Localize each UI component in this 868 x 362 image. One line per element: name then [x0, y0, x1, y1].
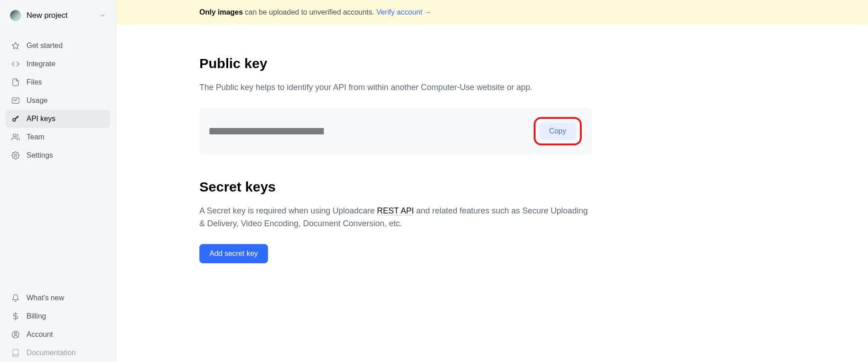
nav-label: Billing [27, 312, 46, 320]
content: Public key The Public key helps to ident… [116, 25, 610, 282]
public-key-box: Copy [199, 108, 592, 154]
public-key-title: Public key [199, 56, 592, 71]
nav-item-usage[interactable]: Usage [5, 91, 110, 110]
project-selector[interactable]: New project [5, 6, 110, 25]
secret-keys-desc: A Secret key is required when using Uplo… [199, 205, 592, 230]
add-secret-key-button[interactable]: Add secret key [199, 244, 268, 263]
secret-desc-prefix: A Secret key is required when using Uplo… [199, 206, 377, 215]
user-circle-icon [11, 330, 20, 339]
star-icon [11, 41, 20, 50]
svg-marker-0 [12, 43, 19, 49]
code-icon [11, 59, 20, 69]
gear-icon [11, 151, 20, 160]
nav-label: Settings [27, 151, 53, 160]
secret-keys-title: Secret keys [199, 179, 592, 195]
nav-label: Documentation [27, 349, 76, 357]
users-icon [11, 133, 20, 142]
activity-icon [11, 96, 20, 105]
verify-banner: Only images can be uploaded to unverifie… [116, 0, 868, 25]
nav-item-settings[interactable]: Settings [5, 146, 110, 165]
key-icon [11, 114, 20, 123]
banner-text: can be uploaded to unverified accounts. [243, 8, 376, 16]
svg-point-7 [15, 154, 17, 157]
svg-line-5 [16, 117, 17, 118]
file-icon [11, 78, 20, 87]
nav-label: Get started [27, 42, 63, 50]
svg-line-4 [18, 117, 19, 117]
nav-label: API keys [27, 115, 55, 123]
nav-item-get-started[interactable]: Get started [5, 37, 110, 55]
project-avatar [10, 10, 21, 21]
nav-label: Account [27, 330, 53, 339]
rest-api-link[interactable]: REST API [377, 206, 414, 215]
nav-label: What's new [27, 294, 64, 302]
dollar-icon [11, 312, 20, 321]
nav-item-documentation[interactable]: Documentation [5, 344, 110, 362]
project-name: New project [27, 11, 94, 20]
public-key-value-redacted[interactable] [209, 128, 324, 134]
book-icon [11, 348, 20, 357]
nav-label: Team [27, 133, 44, 141]
nav-item-team[interactable]: Team [5, 128, 110, 146]
nav-item-billing[interactable]: Billing [5, 307, 110, 325]
chevron-down-icon [99, 12, 106, 19]
sidebar: New project Get started Integrate Files [0, 0, 116, 362]
nav-label: Integrate [27, 60, 55, 68]
svg-point-6 [13, 134, 16, 137]
verify-account-link[interactable]: Verify account → [376, 8, 432, 16]
nav-secondary: What's new Billing Account Documentation [0, 289, 116, 362]
banner-bold: Only images [199, 8, 243, 16]
nav-label: Files [27, 78, 42, 86]
nav-item-account[interactable]: Account [5, 325, 110, 344]
nav-primary: Get started Integrate Files Usage API ke… [0, 37, 116, 165]
nav-item-files[interactable]: Files [5, 73, 110, 91]
nav-item-api-keys[interactable]: API keys [5, 110, 110, 128]
nav-label: Usage [27, 96, 48, 105]
copy-public-key-button[interactable]: Copy [539, 122, 576, 140]
nav-item-integrate[interactable]: Integrate [5, 55, 110, 73]
main: Only images can be uploaded to unverifie… [116, 0, 868, 362]
copy-highlight: Copy [534, 117, 582, 145]
bell-icon [11, 293, 20, 303]
sidebar-spacer [0, 165, 116, 289]
svg-point-10 [15, 333, 17, 335]
public-key-desc: The Public key helps to identify your AP… [199, 81, 592, 94]
nav-item-whats-new[interactable]: What's new [5, 289, 110, 307]
